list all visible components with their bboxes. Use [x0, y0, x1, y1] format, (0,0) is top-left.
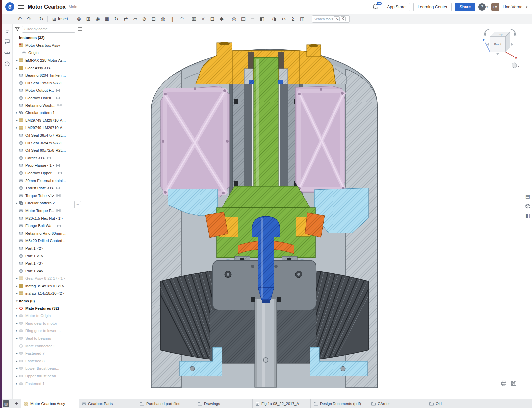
- expand-caret-icon[interactable]: ▸: [15, 337, 19, 340]
- ball-mate-icon[interactable]: ◍: [159, 15, 167, 23]
- configuration-panel-icon[interactable]: [524, 203, 531, 209]
- tree-item[interactable]: Gearbox Housi...: [13, 94, 85, 102]
- learning-center-button[interactable]: Learning Center: [413, 3, 452, 11]
- print-icon[interactable]: [501, 380, 507, 386]
- onshape-logo-icon[interactable]: ϐ: [5, 2, 14, 11]
- tree-section-header[interactable]: Instances (32): [13, 34, 85, 42]
- tree-item[interactable]: Thrust Plate <1>: [13, 184, 85, 192]
- section-view-icon[interactable]: ◫: [298, 15, 307, 23]
- linked-documents-icon[interactable]: [4, 50, 10, 56]
- user-avatar[interactable]: LV: [491, 3, 499, 11]
- expand-caret-icon[interactable]: ▸: [15, 322, 19, 325]
- tree-item[interactable]: Torque Tube <1>: [13, 192, 85, 199]
- slider-mate-icon[interactable]: ⇄: [121, 15, 130, 23]
- tree-item[interactable]: Part 1 <2>: [13, 245, 85, 252]
- comments-icon[interactable]: [4, 39, 10, 45]
- collapse-caret-icon[interactable]: ▾: [15, 299, 19, 303]
- document-tab-gearbox-parts[interactable]: Gearbox Parts: [79, 399, 137, 408]
- bill-of-materials-icon[interactable]: ▤: [239, 15, 248, 23]
- tree-item[interactable]: ▸inafag_k14x18x10 <2>: [13, 290, 85, 297]
- document-tab-purchased-part-files[interactable]: Purchased part files: [137, 399, 195, 408]
- notifications-bell-icon[interactable]: 6+: [372, 3, 379, 11]
- expand-caret-icon[interactable]: ▸: [15, 66, 19, 70]
- undo-icon[interactable]: ↶: [15, 15, 24, 23]
- document-tab-design-documents-pdf-[interactable]: Design Documents (pdf): [311, 399, 368, 408]
- tree-item[interactable]: Bearing 6204 Timken ...: [13, 72, 85, 79]
- document-tab-drawings[interactable]: Drawings: [195, 399, 253, 408]
- expand-caret-icon[interactable]: ▸: [15, 374, 19, 378]
- tree-item[interactable]: Oil Seal 36x47x7-R2L...: [13, 139, 85, 147]
- tree-section-header[interactable]: ▾Mate Features (32): [13, 305, 85, 312]
- mate-connector-icon[interactable]: ◉: [93, 15, 102, 23]
- planar-mate-icon[interactable]: ▱: [131, 15, 139, 23]
- expand-caret-icon[interactable]: ▸: [15, 382, 19, 385]
- tree-item[interactable]: Part 1 <4>: [13, 267, 85, 275]
- tree-item[interactable]: Part 1 <3>: [13, 260, 85, 267]
- expand-caret-icon[interactable]: ▸: [15, 277, 19, 280]
- tree-item[interactable]: ▸Circular pattern 2: [13, 199, 85, 207]
- expand-caret-icon[interactable]: ▸: [15, 314, 19, 317]
- expand-caret-icon[interactable]: ▸: [15, 292, 19, 295]
- tree-item[interactable]: Gearbox Upper ...: [13, 169, 85, 177]
- expand-caret-icon[interactable]: ▸: [15, 284, 19, 288]
- circular-pattern-icon[interactable]: ✳: [199, 15, 207, 23]
- appearance-panel-icon[interactable]: ◧: [524, 212, 531, 219]
- list-view-icon[interactable]: [77, 27, 82, 32]
- help-caret-icon[interactable]: ▾: [486, 5, 488, 9]
- versions-history-icon[interactable]: [4, 61, 10, 67]
- rotate-down-arrow-icon[interactable]: [496, 53, 499, 55]
- measure-icon[interactable]: ↔: [279, 15, 288, 23]
- expand-caret-icon[interactable]: ▸: [15, 126, 19, 129]
- tree-item[interactable]: ▸Gear Assy 8-22-17 <1>: [13, 275, 85, 282]
- filter-list-icon[interactable]: [4, 28, 10, 34]
- rotate-right-arrow-icon[interactable]: [511, 43, 513, 46]
- app-store-button[interactable]: App Store: [383, 3, 410, 11]
- tree-item[interactable]: ▸Motor to Origin: [13, 312, 85, 320]
- side-cover-right-part[interactable]: [295, 86, 345, 192]
- cylindrical-mate-icon[interactable]: ⊘: [140, 15, 149, 23]
- tree-item[interactable]: ▸Seal to bearing: [13, 335, 85, 342]
- replicate-icon[interactable]: ⊡: [208, 15, 217, 23]
- expand-caret-icon[interactable]: ▸: [15, 59, 19, 62]
- document-tab-old[interactable]: Old: [426, 399, 484, 408]
- view-options-icon[interactable]: ▾: [512, 63, 519, 68]
- tree-item[interactable]: ▸Circular pattern 1: [13, 109, 85, 117]
- tree-item[interactable]: Origin: [13, 49, 85, 57]
- expand-caret-icon[interactable]: ▸: [15, 352, 19, 355]
- tree-item[interactable]: Part 1 <1>: [13, 252, 85, 260]
- tree-item[interactable]: ▸Fastened 1: [13, 380, 85, 387]
- tree-item[interactable]: ▸Fastened 7: [13, 350, 85, 357]
- tree-item[interactable]: ▸EMRAX 228 Motor As...: [13, 57, 85, 64]
- tree-item[interactable]: 20mm External retaini...: [13, 177, 85, 184]
- expand-caret-icon[interactable]: ▸: [15, 367, 19, 370]
- tree-item[interactable]: Prop Flange <1>: [13, 162, 85, 169]
- tree-item[interactable]: Retaining Wash...: [13, 102, 85, 109]
- tree-item[interactable]: Motor Gearbox Assy: [13, 42, 85, 49]
- tree-item[interactable]: M20x1.5 Hex Nut <1>: [13, 214, 85, 222]
- parallel-mate-icon[interactable]: ∥: [168, 15, 177, 23]
- tree-item[interactable]: Retaining Ring 60mm ...: [13, 229, 85, 237]
- named-positions-icon[interactable]: ≡: [248, 15, 257, 23]
- tree-item[interactable]: ▸Upper thrust beari...: [13, 372, 85, 380]
- fastened-mate-icon[interactable]: ⊠: [103, 15, 111, 23]
- expand-caret-icon[interactable]: ▸: [15, 111, 19, 114]
- explode-icon[interactable]: ✱: [217, 15, 226, 23]
- revolute-mate-icon[interactable]: ↻: [112, 15, 121, 23]
- tree-panel-resize-handle[interactable]: ≣: [74, 201, 81, 208]
- tree-item[interactable]: ▸Lower thrust beari...: [13, 365, 85, 372]
- collapse-caret-icon[interactable]: ▾: [15, 307, 19, 310]
- side-cover-left-part[interactable]: [161, 86, 229, 197]
- display-states-icon[interactable]: ◧: [258, 15, 266, 23]
- rotate-left-arrow-icon[interactable]: [487, 43, 489, 46]
- filter-by-name-input[interactable]: [22, 26, 75, 33]
- pin-slot-mate-icon[interactable]: ⊟: [149, 15, 158, 23]
- tree-item[interactable]: Flange Bolt Wa...: [13, 222, 85, 230]
- share-button[interactable]: Share: [455, 3, 475, 11]
- expand-caret-icon[interactable]: ▸: [15, 329, 19, 332]
- tree-item[interactable]: Carrier <1>: [13, 154, 85, 162]
- tree-item[interactable]: ▸Gear Assy <1>: [13, 64, 85, 72]
- search-tools-input[interactable]: [314, 17, 333, 21]
- tree-item[interactable]: ▸LM29749-LM29710-A...: [13, 117, 85, 124]
- save-icon[interactable]: [511, 380, 517, 386]
- appearance-icon[interactable]: ◑: [270, 15, 279, 23]
